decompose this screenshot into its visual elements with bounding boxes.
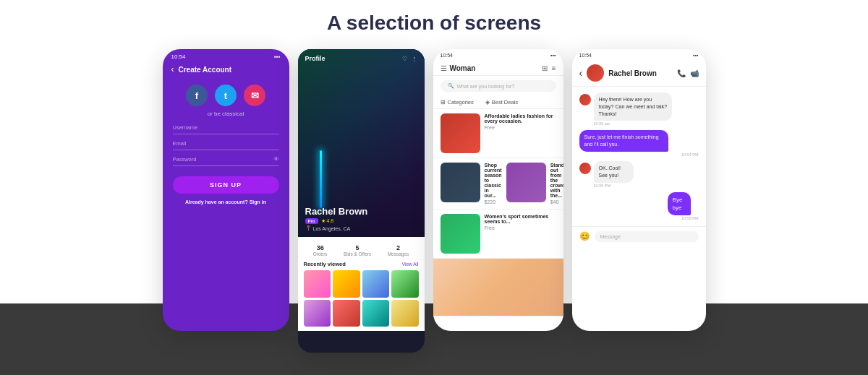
social-icons: f t ✉ <box>163 85 289 106</box>
msg-text-4: Bye bye <box>668 192 691 215</box>
product-item-1[interactable]: Affordable ladies fashion for every occa… <box>433 109 563 158</box>
message-sent-2: Bye bye 10:58 PM <box>668 192 699 220</box>
profile-header-icons: ♡ ⋮ <box>402 56 417 62</box>
username-field[interactable]: Username <box>173 124 279 134</box>
page-title: A selection of screens <box>327 12 541 35</box>
profile-name-section: Rachel Brown Pro ★ 4.8 📍 Los Angeles, CA <box>305 206 368 231</box>
shopping-nav: ☰ Woman ⊞ ≡ <box>433 61 563 76</box>
sender-avatar-2 <box>579 163 591 174</box>
menu-icon[interactable]: ☰ <box>441 64 447 72</box>
product-thumb-3 <box>441 214 480 254</box>
share-icon[interactable]: ⋮ <box>412 56 417 62</box>
cart-icon[interactable]: ⊞ <box>542 64 548 72</box>
msg-text-2: Sure, just let me finish something and I… <box>579 130 669 152</box>
facebook-login-button[interactable]: f <box>186 85 208 106</box>
product-thumb-1 <box>441 113 480 153</box>
profile-photo: Profile ♡ ⋮ Rachel Brown Pro ★ 4.8 📍 Los… <box>298 49 425 237</box>
product-item-3[interactable]: Women's sport sometimes seems to... Free <box>433 210 563 259</box>
emoji-icon[interactable]: 😊 <box>579 231 590 241</box>
time-3: 10:54 <box>441 53 454 58</box>
rv-thumb-6[interactable] <box>333 300 360 327</box>
signal-icons-1: ▪▪▪ <box>274 53 281 60</box>
rating: ★ 4.8 <box>321 218 334 224</box>
profile-name: Rachel Brown <box>305 206 368 217</box>
time-4: 10:54 <box>579 53 592 58</box>
sender-avatar-1 <box>579 94 591 105</box>
signin-text: Already have an account? Sign in <box>163 199 289 204</box>
heart-icon[interactable]: ♡ <box>402 56 407 62</box>
chat-header: ‹ Rachel Brown 📞 📹 <box>572 61 706 87</box>
rv-thumb-8[interactable] <box>391 300 419 327</box>
or-classical-text: or be classical <box>163 111 289 117</box>
msg-text-3: OK..Cool! See you! <box>594 161 634 183</box>
back-arrow-icon[interactable]: ‹ <box>171 64 174 74</box>
message-sent-1: Sure, just let me finish something and I… <box>579 130 699 157</box>
password-field[interactable]: Password 👁 <box>173 156 279 166</box>
rv-grid <box>304 270 419 327</box>
rv-thumb-1[interactable] <box>304 270 331 298</box>
password-label: Password <box>173 156 273 163</box>
recently-viewed: Recently viewed View All <box>298 261 425 331</box>
product-info-1: Affordable ladies fashion for every occa… <box>485 113 556 153</box>
screen-shopping: 10:54 ▪▪▪ ☰ Woman ⊞ ≡ 🔍 What are you loo… <box>433 49 563 331</box>
search-icon: 🔍 <box>448 83 454 89</box>
product-info-2: Shop current season to classic in our...… <box>485 163 502 204</box>
rv-thumb-2[interactable] <box>333 270 360 298</box>
message-input[interactable]: Message <box>595 231 699 242</box>
search-bar[interactable]: 🔍 What are you looking for? <box>441 80 556 92</box>
signup-button[interactable]: SIGN UP <box>173 176 279 194</box>
profile-badges: Pro ★ 4.8 <box>305 218 368 224</box>
eye-icon[interactable]: 👁 <box>273 156 279 163</box>
screen1-title: Create Account <box>179 66 232 74</box>
msg-time-3: 10:55 PM <box>594 184 647 188</box>
twitter-login-button[interactable]: t <box>215 85 237 106</box>
profile-header: Profile ♡ ⋮ <box>298 55 425 62</box>
video-icon[interactable]: 📹 <box>690 69 699 77</box>
time-1: 10:54 <box>171 53 186 60</box>
status-bar-1: 10:54 ▪▪▪ <box>163 49 289 61</box>
product-item-2[interactable]: Shop current season to classic in our...… <box>433 158 563 210</box>
search-placeholder: What are you looking for? <box>457 84 515 89</box>
neon-light-decoration <box>320 150 322 208</box>
email-label: Email <box>173 140 279 147</box>
status-bar-3: 10:54 ▪▪▪ <box>433 49 563 61</box>
categories-tab[interactable]: ⊞ Categories <box>441 99 474 105</box>
email-field[interactable]: Email <box>173 140 279 150</box>
rv-thumb-4[interactable] <box>391 270 419 298</box>
best-deals-tab[interactable]: ◈ Best Deals <box>485 99 518 105</box>
msg-time-1: 10:50 am <box>594 121 699 126</box>
profile-stats: 36 Orders 5 Bids & Offers 2 Messages <box>298 237 425 261</box>
page-background: A selection of screens 10:54 ▪▪▪ ‹ Creat… <box>0 0 868 375</box>
large-product-thumb <box>433 259 563 316</box>
contact-name: Rachel Brown <box>608 69 657 77</box>
product-thumb-2b <box>506 163 546 202</box>
stat-bids: 5 Bids & Offers <box>344 244 371 257</box>
chat-messages: Hey there! How are you today? Can we mee… <box>572 87 706 226</box>
view-all-button[interactable]: View All <box>402 262 419 267</box>
pro-badge: Pro <box>305 218 318 224</box>
chat-input-area[interactable]: 😊 Message <box>572 226 706 246</box>
msg-text-1: Hey there! How are you today? Can we mee… <box>594 92 673 121</box>
rv-thumb-7[interactable] <box>362 300 390 327</box>
back-arrow-chat[interactable]: ‹ <box>579 67 583 79</box>
deals-icon: ◈ <box>485 99 490 105</box>
screen-chat: 10:54 ▪▪▪ ‹ Rachel Brown 📞 📹 Hey there! … <box>572 49 706 331</box>
location-icon: 📍 <box>305 225 312 231</box>
msg-time-2: 10:54 PM <box>579 152 699 157</box>
rv-thumb-3[interactable] <box>362 270 390 298</box>
product-thumb-2 <box>441 163 480 202</box>
message-received-2: OK..Cool! See you! 10:55 PM <box>579 161 699 188</box>
email-login-button[interactable]: ✉ <box>244 85 265 106</box>
call-icon[interactable]: 📞 <box>677 69 686 77</box>
screen-create-account: 10:54 ▪▪▪ ‹ Create Account f t ✉ or be c… <box>163 49 289 331</box>
product-list: Affordable ladies fashion for every occa… <box>433 109 563 316</box>
rv-thumb-5[interactable] <box>304 300 331 327</box>
list-icon[interactable]: ≡ <box>552 64 556 72</box>
section-title: Woman <box>450 64 476 72</box>
contact-avatar <box>587 64 604 82</box>
msg-time-4: 10:58 PM <box>668 216 699 220</box>
screens-row: 10:54 ▪▪▪ ‹ Create Account f t ✉ or be c… <box>163 49 706 353</box>
product-item-large[interactable] <box>433 259 563 316</box>
filter-tabs: ⊞ Categories ◈ Best Deals <box>433 96 563 109</box>
message-placeholder: Message <box>600 234 621 239</box>
